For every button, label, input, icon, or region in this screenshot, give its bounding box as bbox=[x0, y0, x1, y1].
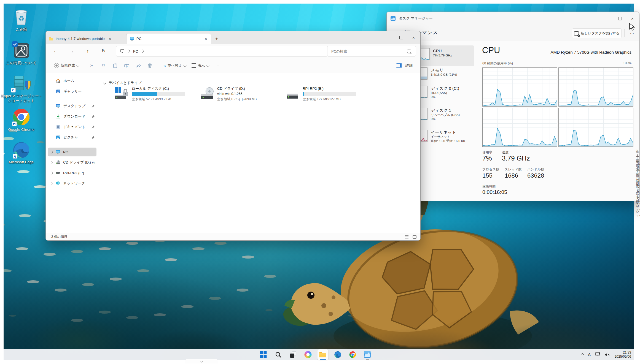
back-icon[interactable]: ← bbox=[50, 46, 61, 56]
local-disk-icon bbox=[115, 86, 130, 102]
taskbar-peek-pill[interactable] bbox=[185, 359, 218, 363]
new-tab-button[interactable]: + bbox=[211, 34, 222, 44]
desktop-icon-label: Hyper-V マネージャー - ショートカット bbox=[1, 94, 42, 103]
taskmgr-titlebar[interactable]: タスク マネージャー – × bbox=[387, 12, 639, 25]
search-box[interactable] bbox=[327, 46, 416, 57]
paste-button[interactable] bbox=[109, 61, 121, 70]
l3-cache-label: L3 キャッシュ: bbox=[636, 191, 640, 219]
cpu-core4-graph bbox=[558, 108, 633, 147]
explorer-close-button[interactable]: × bbox=[407, 31, 420, 44]
tab-close-icon[interactable]: × bbox=[107, 36, 112, 41]
cpu-graph-label: 60 秒間の使用率 (%) bbox=[482, 61, 513, 66]
forward-icon[interactable]: → bbox=[66, 46, 77, 56]
tab-thonny-folder[interactable]: thonny-4.1.7-windows-portable × bbox=[46, 34, 127, 44]
task-view-button[interactable] bbox=[287, 349, 299, 360]
search-input[interactable] bbox=[327, 49, 407, 53]
desktop-icon-recycle-bin[interactable]: ♻ ごみ箱 bbox=[1, 8, 42, 32]
share-button[interactable] bbox=[133, 61, 144, 70]
view-button[interactable]: 表示 bbox=[189, 61, 212, 70]
taskmgr-minimize-button[interactable]: – bbox=[601, 12, 614, 25]
mouse-cursor bbox=[629, 23, 636, 31]
pc-monitor-icon bbox=[55, 150, 60, 154]
sort-button[interactable]: ↑↓ 並べ替え bbox=[160, 61, 189, 70]
desktop-icon-chrome[interactable]: Google Chrome bbox=[1, 108, 42, 132]
svg-text:♻: ♻ bbox=[18, 14, 24, 23]
taskbar-task-manager-button[interactable] bbox=[362, 349, 373, 360]
usb-drive-icon bbox=[55, 170, 60, 175]
trash-icon bbox=[148, 63, 152, 68]
large-icons-view-icon[interactable] bbox=[413, 235, 416, 239]
taskmgr-header: パフォーマンス 新しいタスクを実行する ··· bbox=[387, 25, 639, 41]
taskmgr-maximize-button[interactable] bbox=[614, 12, 626, 25]
new-button[interactable]: 新規作成 bbox=[51, 61, 82, 70]
tab-close-icon[interactable]: × bbox=[203, 36, 208, 41]
disk-usage-bar bbox=[303, 92, 356, 96]
handles-label: ハンドル数 bbox=[527, 167, 544, 172]
edge-icon bbox=[334, 351, 341, 358]
refresh-icon[interactable]: ↻ bbox=[98, 46, 109, 56]
desktop-icon-label: Microsoft Edge bbox=[1, 160, 42, 164]
drive-tile-local-disk-c[interactable]: ローカル ディスク (C:) 空き領域 52.2 GB/99.2 GB bbox=[115, 86, 197, 104]
sidebar-item-gallery[interactable]: ギャラリー bbox=[48, 87, 96, 96]
running-indicator bbox=[366, 359, 369, 360]
cut-button[interactable]: ✂ bbox=[86, 61, 98, 70]
address-bar[interactable]: PC bbox=[116, 46, 328, 57]
running-indicator bbox=[320, 359, 326, 360]
taskbar-chrome-button[interactable] bbox=[347, 349, 358, 360]
desktop-icon-about-photo[interactable]: この写真について bbox=[1, 41, 42, 65]
sidebar-item-rpi-rp2[interactable]: RPI-RP2 (E:) bbox=[48, 169, 96, 177]
taskbar-edge-button[interactable] bbox=[332, 349, 343, 360]
commandbar-more-button[interactable]: ··· bbox=[212, 61, 223, 70]
chevron-right-icon[interactable] bbox=[50, 161, 53, 164]
search-icon[interactable] bbox=[407, 49, 411, 53]
sidebar-item-desktop[interactable]: デスクトップ bbox=[48, 102, 96, 110]
documents-icon bbox=[56, 124, 61, 129]
copilot-button[interactable] bbox=[302, 349, 313, 360]
taskbar-clock[interactable]: 21:33 2025/05/06 bbox=[615, 351, 631, 359]
ime-mode-indicator[interactable]: A bbox=[588, 352, 591, 357]
sidebar-item-home[interactable]: ホーム bbox=[48, 77, 96, 85]
copilot-icon bbox=[304, 351, 311, 358]
processes-label: プロセス数 bbox=[482, 167, 499, 172]
chevron-right-icon[interactable] bbox=[50, 151, 53, 153]
volume-muted-icon[interactable] bbox=[605, 352, 610, 357]
breadcrumb-pc[interactable]: PC bbox=[133, 49, 138, 53]
sidebar-item-cd-drive[interactable]: CD ドライブ (D:) virtio bbox=[48, 158, 96, 167]
network-tray-icon[interactable] bbox=[595, 352, 601, 357]
sidebar-item-pc[interactable]: PC bbox=[48, 148, 96, 156]
usb-drive-icon bbox=[286, 86, 301, 102]
devices-and-drives-header[interactable]: デバイスとドライブ bbox=[104, 80, 142, 85]
rename-button[interactable]: A bbox=[121, 61, 133, 70]
shortcut-arrow-badge bbox=[13, 154, 17, 159]
drive-tile-cd-d[interactable]: CD ドライブ (D:) virtio-win-0.1.266 空き領域 0 バ… bbox=[200, 86, 283, 104]
up-icon[interactable]: ↑ bbox=[82, 46, 93, 56]
details-pane-button[interactable]: 詳細 bbox=[393, 61, 415, 70]
pin-icon bbox=[91, 104, 95, 108]
sidebar-item-downloads[interactable]: ダウンロード bbox=[48, 112, 96, 121]
desktop-icon-edge[interactable]: Microsoft Edge bbox=[1, 142, 42, 164]
desktop-icon-label: ごみ箱 bbox=[1, 27, 42, 32]
delete-button[interactable] bbox=[144, 61, 156, 70]
sidebar-item-documents[interactable]: ドキュメント bbox=[48, 123, 96, 131]
explorer-minimize-button[interactable]: – bbox=[383, 31, 395, 44]
details-view-icon[interactable] bbox=[405, 235, 409, 239]
copy-icon: ⧉ bbox=[102, 63, 105, 68]
taskbar-file-explorer-button[interactable] bbox=[317, 349, 328, 360]
taskbar-search-button[interactable] bbox=[273, 349, 284, 360]
shortcut-arrow-badge bbox=[11, 88, 16, 93]
disk-usage-bar bbox=[132, 92, 185, 96]
clock-date: 2025/05/06 bbox=[615, 355, 631, 359]
drive-tile-rpi-rp2-e[interactable]: RPI-RP2 (E:) 空き領域 127 MB/127 MB bbox=[286, 86, 368, 104]
chevron-right-icon[interactable] bbox=[50, 172, 53, 174]
desktop-icon-hyperv[interactable]: Hyper-V マネージャー - ショートカット bbox=[1, 75, 42, 103]
start-button[interactable] bbox=[258, 349, 269, 360]
copy-button[interactable]: ⧉ bbox=[98, 61, 109, 70]
sidebar-item-network[interactable]: ネットワーク bbox=[48, 179, 96, 188]
run-new-task-button[interactable]: 新しいタスクを実行する bbox=[572, 28, 622, 38]
sidebar-item-pictures[interactable]: ピクチャ bbox=[48, 133, 96, 142]
chevron-right-icon[interactable] bbox=[50, 182, 53, 185]
explorer-maximize-button[interactable] bbox=[395, 31, 407, 44]
tray-chevron-up-icon[interactable] bbox=[581, 353, 584, 356]
tab-pc[interactable]: PC × bbox=[127, 34, 211, 44]
new-task-icon bbox=[574, 31, 579, 36]
